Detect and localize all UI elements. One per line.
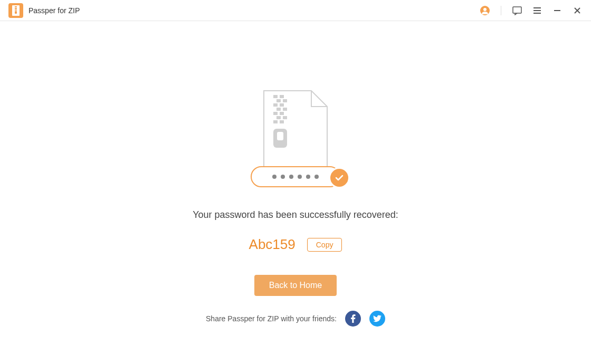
svg-rect-17 [283, 99, 287, 102]
password-dot [272, 175, 277, 179]
svg-rect-22 [273, 112, 278, 115]
password-row: Abc159 Copy [249, 236, 342, 253]
titlebar: Passper for ZIP [0, 0, 591, 21]
svg-rect-26 [273, 120, 278, 123]
svg-point-6 [483, 8, 487, 11]
password-dot [298, 175, 302, 179]
zip-document-icon [259, 90, 332, 169]
recovered-password: Abc159 [249, 236, 296, 253]
svg-rect-4 [15, 11, 17, 14]
svg-rect-3 [15, 9, 17, 11]
success-message: Your password has been successfully reco… [193, 209, 398, 221]
facebook-icon[interactable] [345, 311, 361, 327]
app-title: Passper for ZIP [28, 6, 80, 15]
menu-icon[interactable] [532, 5, 542, 16]
svg-rect-23 [280, 112, 284, 115]
svg-rect-18 [273, 103, 278, 107]
close-icon[interactable] [572, 5, 583, 16]
minimize-icon[interactable] [552, 5, 563, 16]
user-icon[interactable] [480, 5, 490, 16]
svg-rect-29 [277, 132, 283, 140]
svg-rect-16 [277, 99, 281, 102]
svg-rect-2 [15, 8, 17, 9]
svg-rect-24 [277, 116, 281, 119]
comment-icon[interactable] [512, 5, 522, 16]
share-text: Share Passper for ZIP with your friends: [206, 314, 337, 323]
svg-rect-7 [513, 7, 521, 13]
main-content: Your password has been successfully reco… [0, 21, 591, 327]
checkmark-icon [329, 167, 350, 188]
svg-rect-27 [280, 120, 284, 123]
password-dot [306, 175, 310, 179]
svg-rect-21 [283, 108, 287, 111]
svg-rect-14 [273, 95, 278, 98]
titlebar-left: Passper for ZIP [8, 3, 80, 18]
share-row: Share Passper for ZIP with your friends: [206, 311, 385, 327]
titlebar-right [480, 5, 583, 16]
svg-rect-19 [280, 103, 284, 107]
svg-rect-1 [15, 6, 17, 7]
copy-button[interactable]: Copy [307, 238, 342, 252]
password-dot [281, 175, 285, 179]
password-pill [251, 166, 340, 187]
svg-rect-20 [277, 108, 281, 111]
twitter-icon[interactable] [369, 311, 385, 327]
zip-file-illustration [248, 90, 343, 187]
password-dot [314, 175, 319, 179]
divider [501, 6, 501, 15]
app-logo-icon [8, 3, 23, 18]
back-to-home-button[interactable]: Back to Home [254, 275, 337, 296]
password-dot [289, 175, 293, 179]
svg-rect-15 [280, 95, 284, 98]
svg-rect-25 [283, 116, 287, 119]
